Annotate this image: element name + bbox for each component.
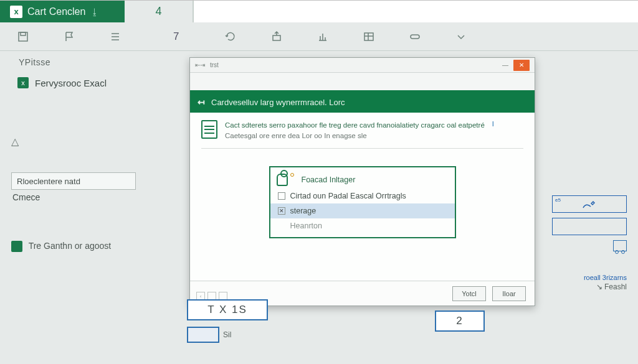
filter-input[interactable]: [11, 172, 136, 190]
svg-rect-4: [411, 35, 419, 39]
widget-tag: e5: [555, 197, 561, 203]
cell-a[interactable]: T X 1S: [187, 299, 268, 320]
option-label: Cirtad oun Padal Eascal Orrtragls: [290, 192, 406, 200]
close-button[interactable]: ✕: [513, 60, 530, 71]
option-list: Foacad Inltager Cirtad oun Padal Eascal …: [269, 166, 456, 238]
desc-line-2: Caetesgal ore enre dea Lor oo In enagse …: [225, 131, 485, 141]
section-label: YPitsse: [11, 57, 179, 67]
cart-icon[interactable]: [613, 240, 627, 251]
warning-icon: △: [11, 136, 19, 147]
svg-rect-1: [21, 32, 26, 35]
ribbon: 7: [0, 22, 638, 51]
checkbox-checked-icon[interactable]: [278, 207, 285, 215]
filter-sublabel: Cmece: [11, 192, 179, 202]
status-chip-icon: [11, 241, 22, 252]
widget-box-1[interactable]: e5: [552, 195, 627, 213]
panel-footer: Tre Ganthn or agoost: [11, 241, 179, 252]
option-label: Heanrton: [290, 222, 322, 230]
save-icon[interactable]: [16, 30, 30, 44]
flag-icon[interactable]: [62, 30, 76, 44]
cell-small-label: Sil: [223, 330, 231, 339]
name-box[interactable]: 4: [125, 1, 193, 22]
table-icon[interactable]: [362, 30, 376, 44]
minimize-icon[interactable]: ―: [502, 62, 508, 68]
option-row-3[interactable]: Heanrton: [270, 218, 455, 233]
app-title: Cart Cenclen: [27, 6, 85, 17]
widget-box-2[interactable]: [552, 218, 627, 235]
cell-small[interactable]: [187, 327, 219, 343]
dialog-header-text: Cardveselluv larg wynerrmracel. Lorc: [211, 98, 345, 107]
refresh-icon[interactable]: [224, 30, 237, 44]
warning-row: △: [11, 136, 179, 147]
right-widgets: e5 roeall 3rizarns ↘ Feashl: [552, 195, 627, 291]
cell-b[interactable]: 2: [435, 310, 485, 332]
person-icon: [277, 174, 288, 186]
svg-rect-3: [364, 33, 373, 40]
dialog-header: ↤ Cardveselluv larg wynerrmracel. Lorc: [190, 91, 535, 113]
option-label: sterage: [290, 207, 317, 215]
titlebar: x Cart Cenclen ⭳ 4: [0, 0, 638, 22]
right-footer-1: roeall 3rizarns: [552, 274, 627, 281]
dialog-mini-title: trst: [210, 62, 219, 68]
runner-icon: [582, 199, 597, 209]
sidebar-item-label: Fervysrooc Exacl: [35, 78, 107, 88]
right-footer-2: ↘ Feashl: [552, 282, 627, 291]
option-header-text: Foacad Inltager: [302, 175, 356, 184]
desc-link[interactable]: I: [492, 120, 494, 128]
list-icon[interactable]: [108, 30, 122, 44]
svg-rect-0: [19, 32, 27, 41]
back-icon[interactable]: ↤: [198, 97, 205, 107]
option-row-1[interactable]: Cirtad oun Padal Eascal Orrtragls: [270, 189, 455, 203]
app-tab[interactable]: x Cart Cenclen ⭳: [0, 1, 125, 22]
dialog-description: Cact sdterets serro paxahoor fle treg de…: [201, 120, 523, 149]
bottom-cells: T X 1S Sil 2: [187, 299, 485, 343]
dialog-primary-button[interactable]: Yotcl: [452, 286, 486, 301]
option-row-2[interactable]: sterage: [270, 203, 455, 218]
download-icon[interactable]: ⭳: [90, 7, 99, 17]
dialog-titlebar[interactable]: ⇤⇥ trst ― ✕: [190, 58, 535, 73]
link-icon[interactable]: [408, 30, 422, 44]
badge-icon: [290, 173, 294, 177]
checkbox-icon[interactable]: [278, 192, 285, 200]
ribbon-number: 7: [173, 30, 179, 43]
app-logo-icon: x: [10, 6, 22, 18]
dialog-body: Cact sdterets serro paxahoor fle treg de…: [190, 113, 535, 281]
desc-line-1: Cact sdterets serro paxahoor fle treg de…: [225, 120, 485, 131]
chevron-down-icon[interactable]: [454, 30, 468, 44]
panel-footer-text: Tre Ganthn or agoost: [29, 241, 112, 251]
export-icon[interactable]: [270, 30, 283, 44]
side-panel: YPitsse x Fervysrooc Exacl △ Cmece Tre G…: [11, 57, 179, 252]
svg-rect-2: [273, 35, 280, 40]
chart-icon[interactable]: [316, 30, 330, 44]
option-header: Foacad Inltager: [270, 171, 455, 189]
titlebar-glyph: ⇤⇥: [195, 62, 205, 68]
formula-bar[interactable]: [193, 1, 638, 22]
sidebar-item-1[interactable]: x Fervysrooc Exacl: [11, 76, 179, 90]
dialog-secondary-button[interactable]: Iloar: [492, 286, 526, 301]
dialog-tabstrip[interactable]: [190, 73, 535, 91]
modal-dialog: ⇤⇥ trst ― ✕ ↤ Cardveselluv larg wynerrmr…: [189, 57, 535, 306]
workspace: YPitsse x Fervysrooc Exacl △ Cmece Tre G…: [0, 51, 638, 364]
document-icon: [201, 120, 217, 139]
excel-icon: x: [17, 77, 29, 88]
